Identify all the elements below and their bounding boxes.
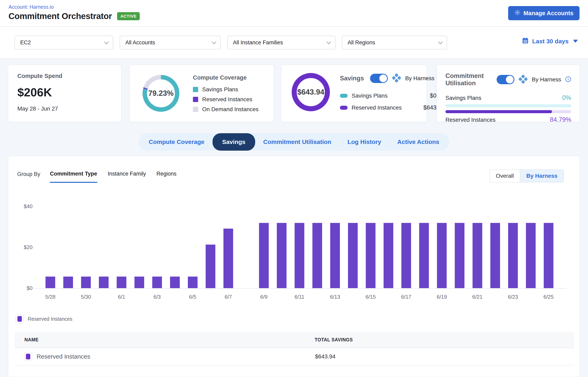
by-harness-toggle[interactable] (370, 74, 388, 83)
row-swatch-chip (24, 352, 32, 361)
coverage-legend: Savings PlansReserved InstancesOn Demand… (193, 86, 259, 113)
legend-swatch (193, 97, 198, 102)
legend-item: Reserved Instances (193, 96, 259, 103)
reserved-instances-label: Reserved Instances (445, 117, 495, 123)
service-select[interactable]: EC2 (15, 36, 113, 49)
status-badge: ACTIVE (117, 12, 140, 20)
legend-item: Savings Plans (193, 86, 259, 93)
compute-spend-period: May 28 - Jun 27 (17, 106, 112, 112)
x-axis-tick: 6/23 (501, 294, 525, 300)
caret-down-icon (573, 40, 578, 43)
by-harness-label: By Harness (532, 76, 561, 83)
card-title: Commitment Utilisation (445, 72, 490, 87)
bar-6/23 (508, 223, 518, 288)
legend-item: On Demand Instances (193, 106, 259, 113)
compute-coverage-card: 79.23% Compute Coverage Savings PlansRes… (129, 65, 274, 122)
bar-6/19 (437, 223, 447, 288)
info-icon[interactable] (565, 76, 571, 83)
x-axis-line (33, 288, 566, 289)
tab-log-history[interactable]: Log History (339, 133, 389, 151)
x-axis-tick: 6/3 (145, 294, 169, 300)
bar-6/16 (384, 223, 393, 288)
tab-commitment-utilisation[interactable]: Commitment Utilisation (255, 133, 340, 151)
bar-6/6 (206, 245, 215, 288)
page-title: Commitment Orchestrator (9, 11, 112, 21)
savings-card: $643.94 Savings By Harness (281, 65, 427, 122)
harness-logo-icon (392, 73, 401, 83)
bar-6/10 (277, 223, 287, 288)
legend-chip[interactable] (16, 314, 24, 323)
instance-families-select[interactable]: All Instance Families (227, 36, 335, 49)
bar-6/12 (312, 223, 322, 288)
table-header: NAME TOTAL SAVINGS (14, 332, 574, 348)
bar-6/21 (473, 223, 482, 288)
legend-swatch (193, 87, 198, 92)
chart-legend[interactable]: Reserved Instances (16, 314, 72, 323)
x-axis-tick: 6/7 (216, 294, 240, 300)
savings-panel: Group By Commitment TypeInstance FamilyR… (8, 156, 580, 377)
savings-plans-progress-bar (445, 104, 571, 107)
bar-6/4 (170, 277, 180, 288)
calendar-icon (522, 37, 529, 46)
card-title: Savings (340, 75, 364, 82)
bar-6/11 (295, 223, 304, 288)
tab-savings[interactable]: Savings (212, 133, 255, 151)
x-axis-tick: 5/30 (74, 294, 98, 300)
chevron-down-icon (104, 40, 109, 44)
savings-plans-label: Savings Plans (445, 95, 481, 101)
chevron-down-icon (327, 40, 331, 44)
tab-compute-coverage[interactable]: Compute Coverage (141, 133, 212, 151)
bar-6/24 (526, 223, 536, 288)
accounts-select[interactable]: All Accounts (120, 36, 221, 49)
bar-6/20 (455, 223, 465, 288)
bar-5/29 (63, 277, 73, 288)
y-axis-tick: $20 (14, 244, 33, 250)
date-range-picker[interactable]: Last 30 days (522, 37, 578, 46)
bar-6/15 (366, 223, 376, 288)
savings-breakdown: Savings Plans$0.00Reserved Instances$643… (340, 92, 445, 111)
card-title: Compute Spend (17, 73, 112, 79)
compute-spend-value: $206K (17, 85, 112, 99)
savings-row: Savings Plans$0.00 (340, 92, 445, 99)
legend-label: Reserved Instances (28, 316, 72, 322)
table-row[interactable]: Reserved Instances$643.94 (14, 348, 574, 365)
bar-6/5 (188, 277, 198, 288)
coverage-donut-chart: 79.23% (141, 73, 181, 114)
bar-6/3 (152, 277, 162, 288)
bar-6/25 (544, 223, 554, 288)
x-axis-tick: 6/21 (465, 294, 489, 300)
regions-select[interactable]: All Regions (342, 36, 447, 49)
savings-row: Reserved Instances$643.94 (340, 104, 445, 111)
savings-total: $643.94 (290, 72, 331, 112)
app-header: Account: Harness.io Commitment Orchestra… (0, 0, 588, 27)
x-axis-tick: 6/19 (430, 294, 454, 300)
bar-6/1 (117, 277, 126, 288)
by-harness-toggle[interactable] (497, 75, 514, 84)
bar-6/17 (401, 223, 411, 288)
main-tabs: Compute CoverageSavingsCommitment Utilis… (139, 133, 449, 151)
by-harness-label: By Harness (405, 75, 434, 82)
account-breadcrumb[interactable]: Account: Harness.io (9, 4, 54, 10)
chevron-down-icon (212, 40, 217, 44)
savings-plans-percent: 0% (562, 94, 571, 101)
chevron-down-icon (438, 40, 443, 44)
y-axis-tick: $0 (14, 285, 33, 291)
bar-6/9 (259, 223, 269, 288)
bar-6/2 (134, 277, 144, 288)
bar-5/28 (45, 277, 55, 288)
bar-6/13 (330, 223, 340, 288)
bar-5/31 (99, 277, 109, 288)
savings-table: NAME TOTAL SAVINGS Reserved Instances$64… (14, 332, 574, 365)
reserved-instances-percent: 84.79% (550, 116, 571, 123)
legend-swatch (193, 107, 198, 112)
manage-accounts-button[interactable]: Manage Accounts (508, 6, 579, 20)
tab-active-actions[interactable]: Active Actions (389, 133, 447, 151)
x-axis-tick: 6/17 (394, 294, 418, 300)
card-title: Compute Coverage (193, 74, 259, 81)
x-axis-tick: 6/25 (536, 294, 561, 300)
x-axis-tick: 6/13 (323, 294, 347, 300)
savings-donut-chart: $643.94 (290, 72, 331, 112)
filter-bar: EC2 All Accounts All Instance Families A… (0, 27, 588, 59)
x-axis-tick: 6/11 (287, 294, 311, 300)
bar-6/22 (490, 223, 500, 288)
